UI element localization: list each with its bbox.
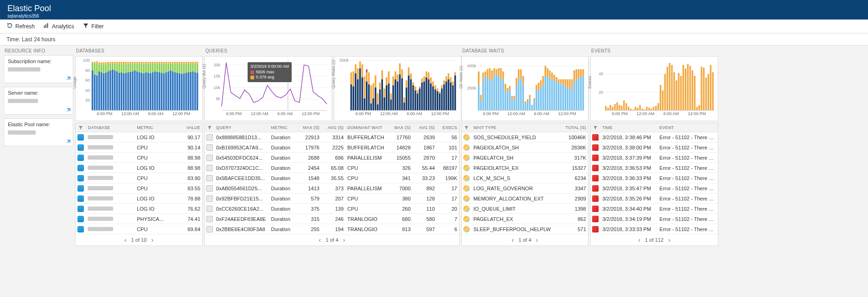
filter-button[interactable]: Filter — [83, 22, 104, 30]
wait-icon — [463, 206, 470, 212]
table-row[interactable]: 0x54503DFDC624... Duration 2688 696 PARA… — [205, 153, 459, 163]
table-row[interactable]: LOG IO 78.88 — [76, 194, 202, 204]
table-row[interactable]: CPU 90.14 — [76, 142, 202, 153]
table-row[interactable]: 3/2/2018, 3:38:46 PM Error - 51102 - The… — [591, 132, 718, 142]
table-row[interactable]: LOG IO 90.17 — [76, 132, 202, 142]
table-row[interactable]: 3/2/2018, 3:38:00 PM Error - 51102 - The… — [591, 142, 718, 153]
svg-rect-104 — [159, 63, 160, 72]
events-chart[interactable]: 2040 6:00 PM12:00 AM6:00 AM12:00 PM Even… — [590, 56, 718, 121]
table-row[interactable]: 0xB169953CA7A9... Duration 17976 2225 BU… — [205, 142, 459, 153]
query-waits-chart[interactable]: 500k 6:00 PM12:00 AM6:00 AM12:00 PM Quer… — [334, 56, 461, 121]
table-row[interactable]: 0x5BAFCEE1DD35... Duration 1548 35.55 CP… — [205, 173, 459, 183]
table-row[interactable]: LOG_RATE_GOVERNOR 3347 — [462, 183, 588, 194]
svg-rect-436 — [641, 109, 643, 110]
svg-rect-356 — [518, 69, 520, 79]
svg-rect-206 — [377, 104, 379, 110]
svg-rect-463 — [703, 68, 704, 110]
svg-rect-447 — [666, 67, 668, 110]
table-row[interactable]: IO_QUEUE_LIMIT 1398 — [462, 204, 588, 214]
svg-rect-454 — [683, 65, 684, 110]
table-row[interactable]: 3/2/2018, 3:37:39 PM Error - 51102 - The… — [591, 153, 718, 163]
analytics-label: Analytics — [52, 23, 74, 30]
time-range[interactable]: Time: Last 24 hours — [0, 33, 868, 45]
svg-rect-459 — [694, 76, 695, 110]
svg-rect-84 — [143, 62, 145, 63]
db-waits-chart[interactable]: 200k400k 6:00 PM12:00 AM6:00 AM12:00 PM … — [461, 56, 588, 121]
svg-rect-132 — [179, 62, 180, 63]
svg-rect-37 — [109, 71, 111, 110]
resource-card[interactable]: Elastic Pool name: — [4, 118, 73, 146]
table-row[interactable]: CPU 83.90 — [76, 173, 202, 183]
svg-rect-410 — [578, 69, 580, 78]
table-row[interactable]: 0xF24AEEDF83EA8E Duration 315 246 TRANLO… — [205, 214, 459, 224]
table-row[interactable]: PAGELATCH_SH 317K — [462, 153, 588, 163]
next-page-icon[interactable]: › — [536, 236, 538, 244]
svg-rect-434 — [637, 108, 638, 110]
prev-page-icon[interactable]: ‹ — [319, 236, 321, 244]
table-row[interactable]: 3/2/2018, 3:36:33 PM Error - 51102 - The… — [591, 173, 718, 183]
table-row[interactable]: PHYSICA... 74.41 — [76, 214, 202, 224]
table-row[interactable]: LOG IO 76.62 — [76, 204, 202, 214]
table-row[interactable]: 0xAB0554561D25... Duration 1413 373 PARA… — [205, 183, 459, 194]
qdur-chart-ylabel: Query dur (s) — [202, 64, 206, 89]
table-row[interactable]: 3/2/2018, 3:35:47 PM Error - 51102 - The… — [591, 183, 718, 194]
table-row[interactable]: CPU 69.84 — [76, 224, 202, 234]
prev-page-icon[interactable]: ‹ — [512, 236, 514, 244]
table-row[interactable]: 3/2/2018, 3:36:53 PM Error - 51102 - The… — [591, 163, 718, 173]
prev-page-icon[interactable]: ‹ — [124, 236, 127, 244]
next-page-icon[interactable]: › — [343, 236, 345, 244]
open-external-icon[interactable] — [65, 75, 72, 82]
table-row[interactable]: CPU 88.98 — [76, 153, 202, 163]
table-row[interactable]: 0x92BFBFD21E15... Duration 579 207 CPU 3… — [205, 194, 459, 204]
prev-page-icon[interactable]: ‹ — [638, 236, 640, 244]
table-row[interactable]: SLEEP_BUFFERPOOL_HELPLW 571 — [462, 224, 588, 234]
db-waits-panel: DATABASE WAITS 200k400k 6:00 PM12:00 AM6… — [461, 48, 588, 246]
svg-rect-284 — [434, 90, 436, 110]
db-waits-header: DATABASE WAITS — [461, 48, 588, 55]
svg-rect-43 — [114, 71, 116, 110]
table-row[interactable]: PAGEIOLATCH_EX 15327 — [462, 163, 588, 173]
table-row[interactable]: PAGELATCH_EX 862 — [462, 214, 588, 224]
svg-rect-399 — [567, 87, 568, 110]
table-row[interactable]: LOG IO 88.98 — [76, 163, 202, 173]
table-row[interactable]: 3/2/2018, 3:34:19 PM Error - 51102 - The… — [591, 214, 718, 224]
table-row[interactable]: 3/2/2018, 3:35:26 PM Error - 51102 - The… — [591, 194, 718, 204]
next-page-icon[interactable]: › — [668, 236, 670, 244]
table-row[interactable]: SOS_SCHEDULER_YIELD 10046K — [462, 132, 588, 142]
svg-rect-423 — [612, 107, 613, 110]
events-chart-ylabel: Events — [587, 76, 592, 89]
svg-rect-431 — [630, 109, 632, 110]
open-external-icon[interactable] — [65, 107, 72, 113]
table-row[interactable]: 0xCC6260CE16A2... Duration 375 139 CPU 2… — [205, 204, 459, 214]
table-row[interactable]: PAGEIOLATCH_SH 2838K — [462, 142, 588, 153]
svg-text:100: 100 — [83, 58, 90, 63]
resource-card[interactable]: Subscription name: — [4, 55, 73, 83]
table-row[interactable]: 0x8888858B1D13... Duration 22913 3314 BU… — [205, 132, 459, 142]
waits-pager-text: 1 of 4 — [518, 237, 531, 243]
svg-rect-89 — [147, 63, 149, 73]
table-row[interactable]: CPU 83.55 — [76, 183, 202, 194]
resource-card[interactable]: Server name: — [4, 87, 73, 115]
table-row[interactable]: 3/2/2018, 3:33:33 PM Error - 51102 - The… — [591, 224, 718, 234]
svg-rect-210 — [379, 83, 381, 90]
databases-chart[interactable]: 20406080100 6:00 PM12:00 AM6:00 AM12:00 … — [75, 56, 203, 121]
next-page-icon[interactable]: › — [151, 236, 153, 244]
query-cell: 0xD3707324DC1C... — [214, 163, 269, 173]
wait-total-cell: 1398 — [554, 204, 588, 214]
table-row[interactable]: 0xD3707324DC1C... Duration 2454 65.08 CP… — [205, 163, 459, 173]
redacted-db-name — [88, 227, 113, 231]
svg-rect-426 — [619, 105, 620, 110]
table-row[interactable]: LCK_M_SCH_S 6234 — [462, 173, 588, 183]
table-row[interactable]: MEMORY_ALLOCATION_EXT 2909 — [462, 194, 588, 204]
metric-cell: Duration — [269, 153, 297, 163]
analytics-button[interactable]: Analytics — [43, 22, 74, 30]
wait-total-cell: 2838K — [554, 142, 588, 153]
open-external-icon[interactable] — [65, 138, 72, 145]
queries-duration-chart[interactable]: 5k10k15k20k 6:00 PM12:00 AM6:00 AM12:00 … — [204, 56, 332, 121]
table-row[interactable]: 0x2BBE6E4C80F3A8 Duration 255 194 TRANLO… — [205, 224, 459, 234]
metric-cell: CPU — [135, 142, 174, 153]
refresh-button[interactable]: Refresh — [6, 22, 35, 30]
table-row[interactable]: 3/2/2018, 3:34:40 PM Error - 51102 - The… — [591, 204, 718, 214]
svg-rect-27 — [101, 62, 102, 64]
svg-rect-139 — [185, 73, 187, 110]
